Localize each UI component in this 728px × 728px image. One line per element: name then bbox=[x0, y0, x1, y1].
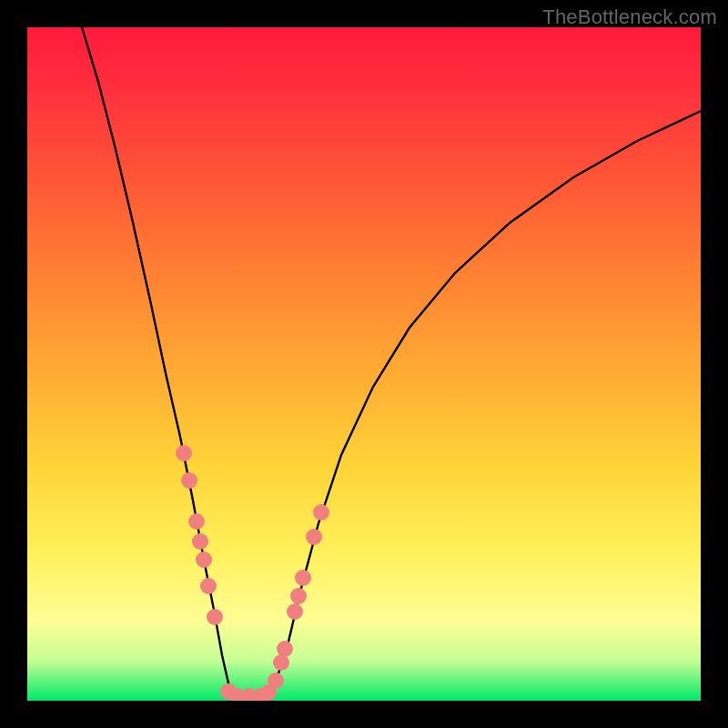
component-dot bbox=[313, 504, 329, 521]
component-dot bbox=[290, 588, 307, 604]
component-dot bbox=[192, 533, 208, 550]
component-dot bbox=[268, 672, 284, 689]
bottleneck-curve bbox=[82, 27, 701, 699]
component-dot bbox=[207, 609, 223, 625]
component-dot bbox=[188, 513, 205, 530]
component-dot bbox=[295, 570, 311, 586]
component-dot bbox=[196, 551, 212, 568]
component-dot bbox=[176, 445, 192, 461]
bottleneck-plot bbox=[27, 27, 701, 701]
chart-area bbox=[27, 27, 701, 701]
component-dot bbox=[306, 529, 322, 545]
component-dots-group bbox=[176, 445, 329, 701]
component-dot bbox=[287, 603, 303, 620]
watermark-text: TheBottleneck.com bbox=[542, 5, 717, 29]
component-dot bbox=[181, 472, 197, 489]
component-dot bbox=[200, 578, 217, 594]
component-dot bbox=[277, 641, 293, 657]
